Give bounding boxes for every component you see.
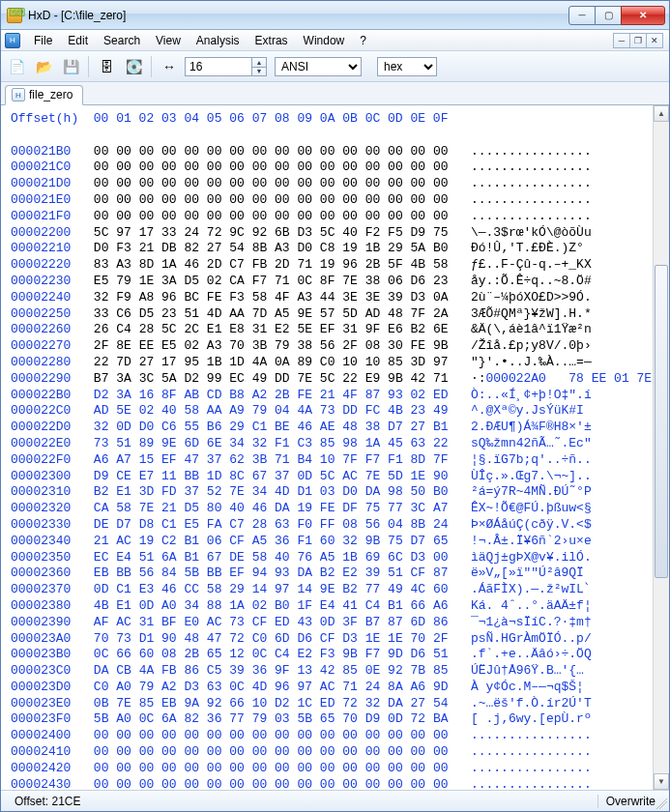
status-bar: Offset: 21CE Overwrite [1, 790, 669, 811]
save-file-button[interactable]: 💾 [59, 55, 82, 78]
window-close-button[interactable]: ✕ [621, 6, 665, 25]
byte-group-icon: ↔ [158, 55, 181, 78]
mdi-minimize-button[interactable]: ─ [613, 33, 630, 48]
app-icon [7, 8, 22, 23]
spinner-up-button[interactable]: ▲ [251, 57, 267, 67]
file-tab-strip: H file_zero [1, 82, 669, 105]
scroll-up-button[interactable]: ▲ [654, 105, 669, 122]
mdi-close-button[interactable]: ✕ [646, 33, 663, 48]
toolbar-separator [88, 56, 89, 77]
menu-view[interactable]: View [148, 32, 189, 49]
hex-editor-view[interactable]: Offset(h) 00 01 02 03 04 05 06 07 08 09 … [1, 105, 669, 790]
open-file-button[interactable]: 📂 [32, 55, 55, 78]
scroll-track[interactable] [654, 122, 669, 773]
new-file-button[interactable]: 📄 [5, 55, 28, 78]
toolbar-separator [151, 56, 152, 77]
menu-help[interactable]: ? [352, 32, 374, 49]
menu-file[interactable]: File [26, 32, 60, 49]
window-minimize-button[interactable]: ─ [568, 6, 596, 25]
hxd-icon: H [5, 33, 20, 48]
window-titlebar: HxD - [C:\file_zero] ─ ▢ ✕ [1, 1, 669, 30]
spinner-down-button[interactable]: ▼ [251, 67, 267, 76]
menu-bar: H File Edit Search View Analysis Extras … [1, 30, 669, 51]
vertical-scrollbar[interactable]: ▲ ▼ [653, 105, 669, 790]
number-base-select[interactable]: hex [377, 57, 437, 76]
open-disk-button[interactable]: 💽 [122, 55, 145, 78]
file-icon: H [12, 88, 25, 102]
scroll-down-button[interactable]: ▼ [654, 773, 669, 790]
resize-grip[interactable] [654, 796, 667, 809]
status-offset: Offset: 21CE [7, 795, 88, 808]
menu-analysis[interactable]: Analysis [189, 32, 248, 49]
menu-extras[interactable]: Extras [248, 32, 296, 49]
menu-search[interactable]: Search [96, 32, 148, 49]
menu-edit[interactable]: Edit [60, 32, 96, 49]
window-maximize-button[interactable]: ▢ [595, 6, 622, 25]
menu-window[interactable]: Window [296, 32, 353, 49]
toolbar: 📄 📂 💾 🗄 💽 ↔ ▲ ▼ ANSI hex [1, 51, 669, 82]
mdi-restore-button[interactable]: ❐ [629, 33, 647, 48]
open-ram-button[interactable]: 🗄 [95, 55, 118, 78]
scroll-thumb[interactable] [655, 265, 668, 578]
file-tab-label: file_zero [29, 88, 73, 102]
text-encoding-select[interactable]: ANSI [275, 57, 362, 76]
file-tab[interactable]: H file_zero [5, 85, 83, 105]
window-title: HxD - [C:\file_zero] [28, 9, 569, 22]
bytes-per-row-input[interactable] [185, 57, 252, 76]
